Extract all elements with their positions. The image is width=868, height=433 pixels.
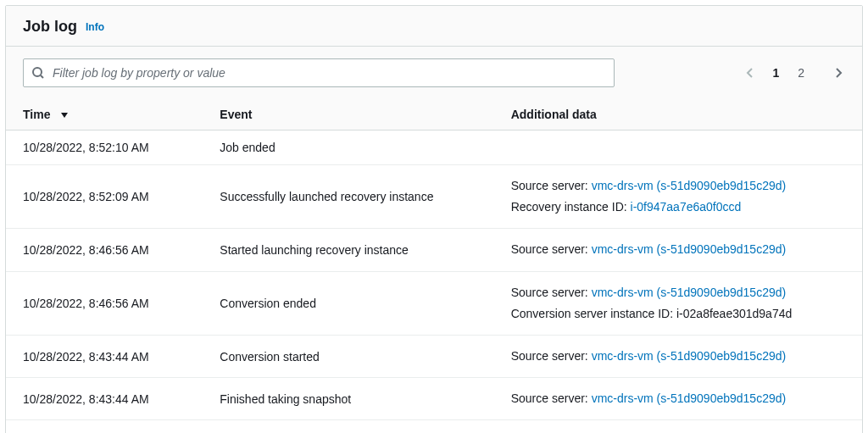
additional-label: Source server: — [511, 349, 592, 363]
cell-event: Successfully launched recovery instance — [203, 165, 493, 229]
table-row: 10/28/2022, 8:43:44 AMStarted taking sna… — [6, 420, 862, 433]
additional-label: Source server: — [511, 391, 592, 405]
info-link[interactable]: Info — [86, 21, 104, 33]
table-row: 10/28/2022, 8:52:10 AMJob ended — [6, 130, 862, 165]
additional-link[interactable]: vmc-drs-vm (s-51d9090eb9d15c29d) — [592, 179, 787, 192]
search-icon — [31, 66, 45, 80]
svg-point-0 — [33, 68, 42, 76]
additional-data-line: Source server: vmc-drs-vm (s-51d9090eb9d… — [511, 388, 845, 409]
cell-time: 10/28/2022, 8:46:56 AM — [6, 229, 203, 271]
cell-additional: Source server: vmc-drs-vm (s-51d9090eb9d… — [494, 378, 862, 420]
cell-event: Finished taking snapshot — [203, 378, 493, 420]
table-row: 10/28/2022, 8:43:44 AMConversion started… — [6, 335, 862, 377]
cell-additional: Source server: vmc-drs-vm (s-51d9090eb9d… — [494, 420, 862, 433]
cell-time: 10/28/2022, 8:52:09 AM — [6, 165, 203, 229]
additional-data-line: Source server: vmc-drs-vm (s-51d9090eb9d… — [511, 282, 845, 303]
additional-label: Conversion server instance ID: — [511, 307, 676, 320]
search-input[interactable] — [23, 58, 615, 87]
cell-time: 10/28/2022, 8:43:44 AM — [6, 378, 203, 420]
filter-bar: 12 — [6, 47, 862, 99]
additional-value: i-02a8feae301d9a74d — [676, 307, 792, 320]
additional-label: Source server: — [511, 286, 592, 299]
pagination: 12 — [743, 66, 845, 80]
additional-label: Recovery instance ID: — [511, 200, 631, 214]
additional-label: Source server: — [511, 179, 592, 192]
panel-title: Job log — [23, 18, 77, 36]
additional-link[interactable]: i-0f947aa7e6a0f0ccd — [631, 200, 742, 214]
cell-additional: Source server: vmc-drs-vm (s-51d9090eb9d… — [494, 271, 862, 335]
cell-event: Job ended — [203, 130, 493, 165]
svg-line-1 — [41, 75, 43, 78]
table-row: 10/28/2022, 8:43:44 AMFinished taking sn… — [6, 378, 862, 420]
page-next-button[interactable] — [832, 66, 845, 80]
cell-event: Conversion started — [203, 335, 493, 377]
additional-link[interactable]: vmc-drs-vm (s-51d9090eb9d15c29d) — [592, 242, 787, 256]
page-prev-button[interactable] — [743, 66, 757, 80]
job-log-panel: Job log Info 12 — [5, 5, 863, 433]
cell-event: Started launching recovery instance — [203, 229, 493, 271]
cell-additional: Source server: vmc-drs-vm (s-51d9090eb9d… — [494, 335, 862, 377]
svg-marker-2 — [61, 113, 68, 118]
table-row: 10/28/2022, 8:46:56 AMStarted launching … — [6, 229, 862, 271]
additional-data-line: Conversion server instance ID: i-02a8fea… — [511, 303, 845, 325]
additional-data-line: Source server: vmc-drs-vm (s-51d9090eb9d… — [511, 175, 845, 197]
additional-label: Source server: — [511, 242, 592, 256]
cell-additional: Source server: vmc-drs-vm (s-51d9090eb9d… — [494, 165, 862, 229]
additional-data-line: Source server: vmc-drs-vm (s-51d9090eb9d… — [511, 346, 845, 367]
job-log-table: Time Event Additional data 10/28/2022, 8… — [6, 99, 862, 433]
cell-event: Conversion ended — [203, 271, 493, 335]
cell-additional — [494, 130, 862, 165]
cell-time: 10/28/2022, 8:43:44 AM — [6, 335, 203, 377]
additional-data-line: Source server: vmc-drs-vm (s-51d9090eb9d… — [511, 239, 845, 260]
additional-link[interactable]: vmc-drs-vm (s-51d9090eb9d15c29d) — [592, 286, 787, 299]
cell-time: 10/28/2022, 8:43:44 AM — [6, 420, 203, 433]
sort-desc-icon — [60, 108, 69, 121]
additional-link[interactable]: vmc-drs-vm (s-51d9090eb9d15c29d) — [592, 391, 787, 405]
cell-time: 10/28/2022, 8:46:56 AM — [6, 271, 203, 335]
additional-data-line: Recovery instance ID: i-0f947aa7e6a0f0cc… — [511, 197, 845, 218]
col-header-additional[interactable]: Additional data — [494, 99, 862, 130]
col-header-event[interactable]: Event — [203, 99, 493, 130]
table-row: 10/28/2022, 8:46:56 AMConversion endedSo… — [6, 271, 862, 335]
page-number[interactable]: 2 — [794, 64, 808, 81]
cell-time: 10/28/2022, 8:52:10 AM — [6, 130, 203, 165]
panel-header: Job log Info — [6, 6, 862, 47]
search-wrapper — [23, 58, 615, 87]
col-header-time[interactable]: Time — [6, 99, 203, 130]
table-row: 10/28/2022, 8:52:09 AMSuccessfully launc… — [6, 165, 862, 229]
cell-event: Started taking snapshot — [203, 420, 493, 433]
additional-link[interactable]: vmc-drs-vm (s-51d9090eb9d15c29d) — [592, 349, 787, 363]
page-number[interactable]: 1 — [769, 64, 782, 81]
cell-additional: Source server: vmc-drs-vm (s-51d9090eb9d… — [494, 229, 862, 271]
